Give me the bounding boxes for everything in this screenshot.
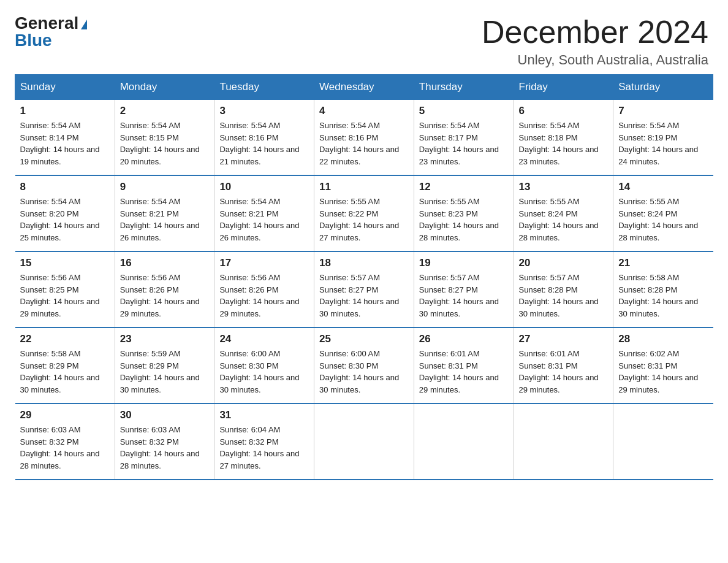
day-cell: 22Sunrise: 5:58 AMSunset: 8:29 PMDayligh… [15,327,115,404]
day-number: 1 [20,105,110,117]
day-info: Sunrise: 6:01 AMSunset: 8:31 PMDaylight:… [419,348,509,396]
day-number: 27 [519,333,609,345]
day-cell: 15Sunrise: 5:56 AMSunset: 8:25 PMDayligh… [15,251,115,327]
day-info: Sunrise: 5:56 AMSunset: 8:25 PMDaylight:… [20,272,110,320]
day-info: Sunrise: 6:03 AMSunset: 8:32 PMDaylight:… [120,424,210,472]
day-number: 2 [120,105,210,117]
month-title: December 2024 [482,15,708,50]
day-cell: 12Sunrise: 5:55 AMSunset: 8:23 PMDayligh… [414,175,514,251]
header-saturday: Saturday [613,75,713,100]
logo: General Blue [15,15,87,49]
day-number: 21 [618,257,708,269]
day-cell: 10Sunrise: 5:54 AMSunset: 8:21 PMDayligh… [214,175,314,251]
day-number: 12 [419,181,509,193]
header-monday: Monday [115,75,214,100]
day-info: Sunrise: 5:54 AMSunset: 8:20 PMDaylight:… [20,196,110,243]
day-number: 23 [120,333,210,345]
day-cell: 5Sunrise: 5:54 AMSunset: 8:17 PMDaylight… [414,100,514,176]
logo-blue-text: Blue [15,32,52,49]
day-info: Sunrise: 5:56 AMSunset: 8:26 PMDaylight:… [219,272,309,320]
week-row-2: 8Sunrise: 5:54 AMSunset: 8:20 PMDaylight… [15,175,713,251]
day-info: Sunrise: 5:54 AMSunset: 8:19 PMDaylight:… [618,120,708,167]
week-row-5: 29Sunrise: 6:03 AMSunset: 8:32 PMDayligh… [15,404,713,480]
day-info: Sunrise: 5:56 AMSunset: 8:26 PMDaylight:… [120,272,210,320]
day-info: Sunrise: 5:57 AMSunset: 8:27 PMDaylight:… [319,272,409,320]
calendar-body: 1Sunrise: 5:54 AMSunset: 8:14 PMDaylight… [15,100,713,480]
day-cell: 13Sunrise: 5:55 AMSunset: 8:24 PMDayligh… [514,175,613,251]
day-info: Sunrise: 5:54 AMSunset: 8:16 PMDaylight:… [219,120,309,167]
day-cell: 25Sunrise: 6:00 AMSunset: 8:30 PMDayligh… [314,327,414,404]
day-info: Sunrise: 6:04 AMSunset: 8:32 PMDaylight:… [219,424,309,472]
day-info: Sunrise: 6:02 AMSunset: 8:31 PMDaylight:… [618,348,708,396]
day-cell: 18Sunrise: 5:57 AMSunset: 8:27 PMDayligh… [314,251,414,327]
day-cell: 19Sunrise: 5:57 AMSunset: 8:27 PMDayligh… [414,251,514,327]
days-of-week-row: Sunday Monday Tuesday Wednesday Thursday… [15,75,713,100]
week-row-4: 22Sunrise: 5:58 AMSunset: 8:29 PMDayligh… [15,327,713,404]
day-info: Sunrise: 5:54 AMSunset: 8:14 PMDaylight:… [20,120,110,167]
day-cell: 28Sunrise: 6:02 AMSunset: 8:31 PMDayligh… [613,327,713,404]
day-number: 9 [120,181,210,193]
location-title: Unley, South Australia, Australia [482,52,708,68]
day-number: 10 [219,181,309,193]
day-info: Sunrise: 5:54 AMSunset: 8:18 PMDaylight:… [519,120,609,167]
page-header: General Blue December 2024 Unley, South … [0,0,728,74]
day-cell [314,404,414,480]
day-cell: 21Sunrise: 5:58 AMSunset: 8:28 PMDayligh… [613,251,713,327]
logo-general-text: General [15,15,78,32]
day-number: 30 [120,409,210,421]
day-cell: 17Sunrise: 5:56 AMSunset: 8:26 PMDayligh… [214,251,314,327]
day-cell: 16Sunrise: 5:56 AMSunset: 8:26 PMDayligh… [115,251,214,327]
day-number: 11 [319,181,409,193]
day-cell: 29Sunrise: 6:03 AMSunset: 8:32 PMDayligh… [15,404,115,480]
day-cell: 6Sunrise: 5:54 AMSunset: 8:18 PMDaylight… [514,100,613,176]
logo-triangle-icon [81,20,87,29]
day-info: Sunrise: 5:54 AMSunset: 8:17 PMDaylight:… [419,120,509,167]
day-number: 18 [319,257,409,269]
day-cell [414,404,514,480]
day-number: 31 [219,409,309,421]
day-cell: 24Sunrise: 6:00 AMSunset: 8:30 PMDayligh… [214,327,314,404]
day-cell [514,404,613,480]
day-cell: 26Sunrise: 6:01 AMSunset: 8:31 PMDayligh… [414,327,514,404]
day-cell: 8Sunrise: 5:54 AMSunset: 8:20 PMDaylight… [15,175,115,251]
day-number: 20 [519,257,609,269]
day-number: 25 [319,333,409,345]
day-number: 28 [618,333,708,345]
day-info: Sunrise: 5:54 AMSunset: 8:16 PMDaylight:… [319,120,409,167]
calendar-header: Sunday Monday Tuesday Wednesday Thursday… [15,75,713,100]
day-number: 6 [519,105,609,117]
day-cell: 23Sunrise: 5:59 AMSunset: 8:29 PMDayligh… [115,327,214,404]
header-tuesday: Tuesday [214,75,314,100]
day-number: 26 [419,333,509,345]
title-block: December 2024 Unley, South Australia, Au… [482,15,708,68]
day-info: Sunrise: 5:58 AMSunset: 8:28 PMDaylight:… [618,272,708,320]
day-number: 24 [219,333,309,345]
day-cell: 11Sunrise: 5:55 AMSunset: 8:22 PMDayligh… [314,175,414,251]
day-cell: 27Sunrise: 6:01 AMSunset: 8:31 PMDayligh… [514,327,613,404]
day-cell: 7Sunrise: 5:54 AMSunset: 8:19 PMDaylight… [613,100,713,176]
day-cell: 20Sunrise: 5:57 AMSunset: 8:28 PMDayligh… [514,251,613,327]
header-friday: Friday [514,75,613,100]
day-info: Sunrise: 5:54 AMSunset: 8:15 PMDaylight:… [120,120,210,167]
day-number: 7 [618,105,708,117]
day-number: 8 [20,181,110,193]
calendar-container: Sunday Monday Tuesday Wednesday Thursday… [0,74,728,495]
day-info: Sunrise: 5:57 AMSunset: 8:28 PMDaylight:… [519,272,609,320]
day-cell: 4Sunrise: 5:54 AMSunset: 8:16 PMDaylight… [314,100,414,176]
header-thursday: Thursday [414,75,514,100]
day-cell [613,404,713,480]
day-info: Sunrise: 5:55 AMSunset: 8:24 PMDaylight:… [618,196,708,243]
calendar-table: Sunday Monday Tuesday Wednesday Thursday… [15,74,713,480]
day-info: Sunrise: 5:54 AMSunset: 8:21 PMDaylight:… [120,196,210,243]
day-info: Sunrise: 6:01 AMSunset: 8:31 PMDaylight:… [519,348,609,396]
day-cell: 2Sunrise: 5:54 AMSunset: 8:15 PMDaylight… [115,100,214,176]
day-number: 5 [419,105,509,117]
day-number: 3 [219,105,309,117]
day-info: Sunrise: 5:55 AMSunset: 8:23 PMDaylight:… [419,196,509,243]
day-number: 22 [20,333,110,345]
day-number: 17 [219,257,309,269]
day-cell: 1Sunrise: 5:54 AMSunset: 8:14 PMDaylight… [15,100,115,176]
day-cell: 3Sunrise: 5:54 AMSunset: 8:16 PMDaylight… [214,100,314,176]
day-number: 29 [20,409,110,421]
header-wednesday: Wednesday [314,75,414,100]
